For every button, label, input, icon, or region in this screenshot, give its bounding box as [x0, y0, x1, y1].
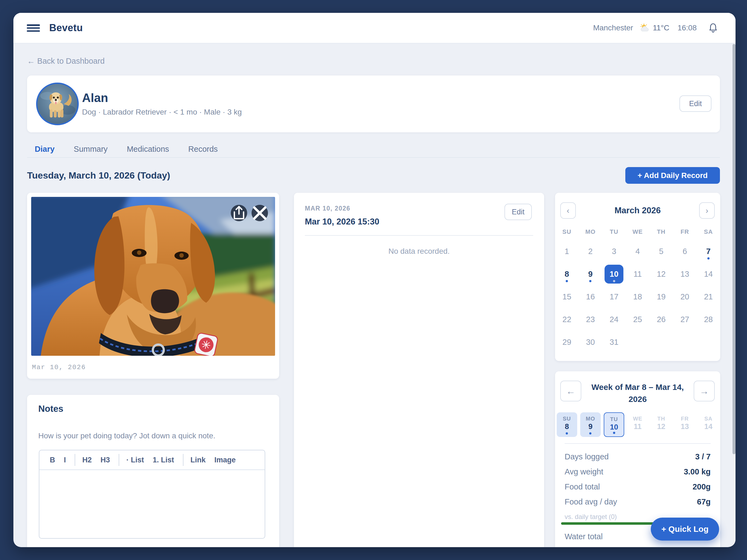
toolbar-image-button[interactable]: Image	[214, 456, 236, 464]
record-datetime: Mar 10, 2026 15:30	[305, 217, 379, 227]
calendar-day-17[interactable]: 17	[604, 287, 623, 306]
add-daily-record-button[interactable]: + Add Daily Record	[625, 167, 720, 184]
calendar-day-cell: 18	[626, 285, 649, 308]
calendar-day-30[interactable]: 30	[581, 333, 600, 352]
toolbar--list-button[interactable]: · List	[126, 456, 144, 464]
calendar-day-2[interactable]: 2	[581, 242, 600, 261]
logged-dot	[589, 280, 591, 282]
calendar-day-number: 30	[586, 338, 595, 347]
calendar-day-9[interactable]: 9	[581, 265, 600, 284]
calendar-day-25[interactable]: 25	[628, 310, 647, 329]
calendar-day-18[interactable]: 18	[628, 287, 647, 306]
calendar-day-1[interactable]: 1	[558, 242, 576, 261]
scrollbar-track[interactable]	[732, 44, 736, 547]
calendar-day-21[interactable]: 21	[699, 287, 718, 306]
toolbar-separator	[119, 454, 119, 466]
calendar-prev-button[interactable]: ‹	[560, 202, 576, 219]
pet-edit-button[interactable]: Edit	[679, 96, 712, 112]
calendar-day-19[interactable]: 19	[652, 287, 671, 306]
week-day-su[interactable]: SU8	[557, 412, 577, 437]
toolbar-separator	[75, 454, 75, 466]
week-prev-button[interactable]: ←	[560, 381, 581, 401]
toolbar-i-button[interactable]: I	[64, 456, 66, 464]
calendar-day-5[interactable]: 5	[652, 242, 671, 261]
calendar-day-number: 29	[562, 338, 571, 347]
toolbar-h2-button[interactable]: H2	[82, 456, 92, 464]
calendar-day-6[interactable]: 6	[675, 242, 694, 261]
menu-icon[interactable]	[27, 24, 40, 32]
logged-dot	[566, 432, 568, 434]
week-day-fr[interactable]: FR13	[674, 412, 695, 437]
calendar-day-4[interactable]: 4	[628, 242, 647, 261]
photo-card: ✳	[27, 193, 279, 379]
calendar-day-20[interactable]: 20	[675, 287, 694, 306]
calendar-day-number: 23	[586, 315, 595, 324]
calendar-day-27[interactable]: 27	[675, 310, 694, 329]
scrollbar-thumb[interactable]	[732, 44, 736, 454]
back-to-dashboard-link[interactable]: ← Back to Dashboard	[27, 57, 105, 66]
tab-records[interactable]: Records	[188, 143, 217, 155]
calendar-day-12[interactable]: 12	[652, 265, 671, 284]
calendar-day-cell: 28	[697, 308, 720, 331]
week-day-strip: SU8MO9TU10WE11TH12FR13SA14	[555, 412, 720, 437]
week-day-we[interactable]: WE11	[627, 412, 648, 437]
calendar-day-cell: 9	[578, 263, 602, 285]
calendar-day-7[interactable]: 7	[699, 242, 718, 261]
record-date-label: MAR 10, 2026	[305, 205, 350, 212]
stat-row: Water avg / day17ml	[565, 544, 711, 547]
calendar-day-number: 26	[657, 315, 666, 324]
calendar-day-cell: 12	[649, 263, 673, 285]
week-day-sa[interactable]: SA14	[698, 412, 719, 437]
toolbar-link-button[interactable]: Link	[190, 456, 206, 464]
app-title: Bevetu	[49, 13, 83, 43]
calendar-next-button[interactable]: ›	[699, 202, 715, 219]
record-edit-button[interactable]: Edit	[505, 204, 532, 220]
tab-summary[interactable]: Summary	[74, 143, 108, 155]
calendar-day-26[interactable]: 26	[652, 310, 671, 329]
week-day-number: 14	[704, 423, 713, 431]
calendar-weekday: TH	[649, 228, 673, 235]
calendar-day-31[interactable]: 31	[604, 333, 623, 352]
app-window: Bevetu Manchester 11°C 16:08	[14, 13, 736, 547]
record-empty-message: No data recorded.	[294, 247, 544, 256]
photo-close-button[interactable]	[252, 205, 268, 221]
calendar-day-8[interactable]: 8	[558, 265, 576, 284]
toolbar-1-list-button[interactable]: 1. List	[153, 456, 174, 464]
toolbar-h3-button[interactable]: H3	[101, 456, 110, 464]
calendar-day-15[interactable]: 15	[558, 287, 576, 306]
calendar-day-3[interactable]: 3	[604, 242, 623, 261]
calendar-day-11[interactable]: 11	[628, 265, 647, 284]
notifications-bell-icon[interactable]	[709, 23, 718, 33]
calendar-day-24[interactable]: 24	[604, 310, 623, 329]
week-day-mo[interactable]: MO9	[580, 412, 601, 437]
notes-toolbar: BIH2H3· List1. ListLinkImage	[40, 450, 265, 470]
calendar-day-29[interactable]: 29	[558, 333, 576, 352]
tab-medications[interactable]: Medications	[127, 143, 169, 155]
calendar-day-23[interactable]: 23	[581, 310, 600, 329]
tab-diary[interactable]: Diary	[35, 143, 55, 155]
week-day-th[interactable]: TH12	[651, 412, 672, 437]
calendar-day-number: 24	[610, 315, 618, 324]
quick-log-button[interactable]: + Quick Log	[651, 518, 719, 541]
calendar-day-number: 16	[586, 292, 595, 301]
calendar-day-cell: 30	[578, 331, 602, 354]
stat-row: Avg weight3.00 kg	[565, 464, 711, 479]
stat-row: Days logged3 / 7	[565, 449, 711, 464]
week-day-tu[interactable]: TU10	[604, 412, 624, 437]
calendar-day-10[interactable]: 10	[604, 265, 623, 284]
calendar-day-22[interactable]: 22	[558, 310, 576, 329]
toolbar-b-button[interactable]: B	[50, 456, 55, 464]
week-next-button[interactable]: →	[694, 381, 715, 401]
photo-share-button[interactable]	[231, 205, 247, 221]
calendar-day-cell: 29	[555, 331, 578, 354]
calendar-day-13[interactable]: 13	[675, 265, 694, 284]
calendar-weekday-header: SUMOTUWETHFRSA	[555, 228, 720, 235]
notes-textarea[interactable]	[40, 470, 265, 538]
calendar-day-28[interactable]: 28	[699, 310, 718, 329]
calendar-day-16[interactable]: 16	[581, 287, 600, 306]
logged-dot	[589, 432, 591, 434]
calendar-weekday: SA	[697, 228, 720, 235]
calendar-day-14[interactable]: 14	[699, 265, 718, 284]
calendar-card: ‹ March 2026 › SUMOTUWETHFRSA 1234567891…	[555, 193, 720, 361]
stat-label: Water total	[565, 532, 602, 541]
